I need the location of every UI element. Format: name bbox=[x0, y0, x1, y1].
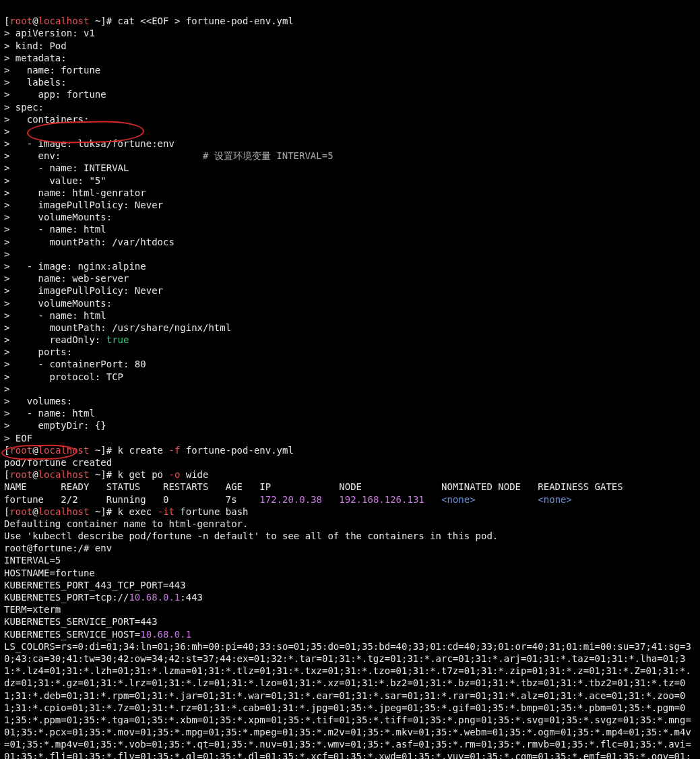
created-msg: pod/fortune created bbox=[4, 457, 112, 468]
exec-msg: Defaulting container name to html-genrat… bbox=[4, 518, 248, 529]
prompt: [root@localhost ~]# bbox=[4, 469, 118, 480]
env-lscolors: LS_COLORS=rs=0:di=01;34:ln=01;36:mh=00:p… bbox=[4, 641, 691, 759]
env-hostname: HOSTNAME=fortune bbox=[4, 568, 95, 578]
heredoc-line: > bbox=[4, 28, 15, 38]
none-label: <none> bbox=[441, 494, 476, 505]
true-literal: true bbox=[106, 334, 129, 345]
exec-msg: Use 'kubectl describe pod/fortune -n def… bbox=[4, 530, 498, 541]
prompt: [root@localhost ~]# bbox=[4, 445, 118, 456]
env-kport: KUBERNETES_PORT=tcp:// bbox=[4, 592, 129, 603]
node-ip: 192.168.126.131 bbox=[339, 494, 424, 505]
env-ksvchost: KUBERNETES_SERVICE_HOST= bbox=[4, 629, 140, 640]
cmd-env: env bbox=[95, 543, 112, 553]
cmd-cat: cat <<EOF > fortune-pod-env.yml bbox=[118, 16, 294, 26]
env-kport443: KUBERNETES_PORT_443_TCP_PORT=443 bbox=[4, 580, 186, 590]
cmd-create: k create bbox=[118, 445, 169, 456]
prompt: [root@localhost ~]# bbox=[4, 16, 118, 26]
terminal-output[interactable]: [root@localhost ~]# cat <<EOF > fortune-… bbox=[0, 0, 700, 759]
none-label: <none> bbox=[538, 494, 572, 505]
cmd-exec: k exec bbox=[118, 506, 158, 517]
prompt: [root@localhost ~]# bbox=[4, 506, 118, 517]
pod-ip: 172.20.0.38 bbox=[259, 494, 322, 505]
env-term: TERM=xterm bbox=[4, 604, 61, 615]
env-ksvcport: KUBERNETES_SERVICE_PORT=443 bbox=[4, 616, 158, 627]
table-row: fortune 2/2 Running 0 7s bbox=[4, 494, 259, 505]
cmd-get: k get po bbox=[118, 469, 169, 480]
pod-prompt: root@fortune:/# bbox=[4, 543, 95, 553]
env-comment: # 设置环境变量 INTERVAL=5 bbox=[203, 150, 333, 161]
table-header: NAME READY STATUS RESTARTS AGE IP NODE N… bbox=[4, 481, 623, 492]
env-interval: INTERVAL=5 bbox=[4, 555, 61, 566]
